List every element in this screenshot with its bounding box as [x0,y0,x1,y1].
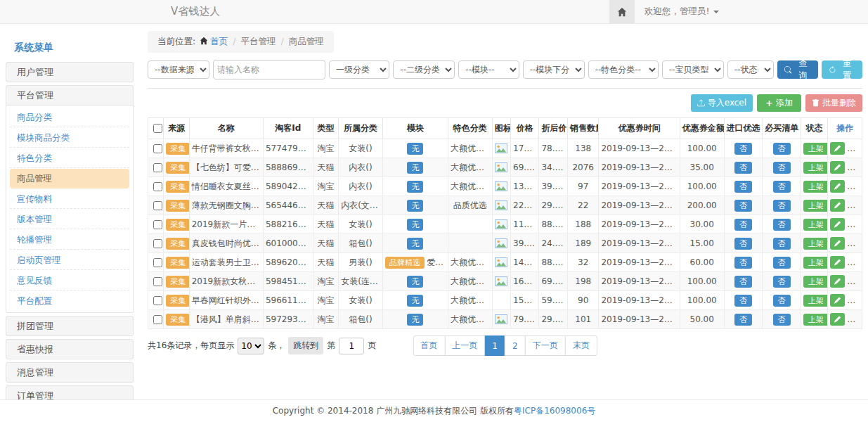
filter-module-select[interactable]: --模块-- [458,60,519,79]
row-checkbox[interactable] [153,239,162,248]
import-toggle-button[interactable]: 否 [734,238,752,250]
filter-module-subcategory-select[interactable]: --模块下分类-- [523,60,585,79]
add-button[interactable]: + 添加 [757,94,801,112]
status-button[interactable]: 上架 [803,276,828,288]
status-button[interactable]: 上架 [803,219,828,231]
must-buy-toggle-button[interactable]: 否 [773,276,791,288]
must-buy-toggle-button[interactable]: 否 [773,238,791,250]
sidebar-subitem-module-goods-category[interactable]: 模块商品分类 [10,128,129,148]
edit-button[interactable] [830,256,845,269]
row-checkbox[interactable] [153,163,162,172]
import-toggle-button[interactable]: 否 [734,181,752,193]
taoke-id: 565446685867 [263,196,313,215]
import-excel-button[interactable]: 导入excel [691,94,753,112]
filter-name-input[interactable] [213,60,325,79]
import-toggle-button[interactable]: 否 [734,162,752,174]
select-all-checkbox[interactable] [153,124,162,133]
page-button-2[interactable]: 2 [505,335,526,356]
status-button[interactable]: 上架 [803,295,828,307]
sidebar-subitem-version-management[interactable]: 版本管理 [10,210,129,229]
edit-button[interactable] [830,237,845,250]
sidebar-item-savings-express[interactable]: 省惠快报 [6,340,133,359]
must-buy-toggle-button[interactable]: 否 [773,295,791,307]
status-button[interactable]: 上架 [803,181,828,193]
taoke-id: 601000601341 [263,234,313,253]
import-toggle-button[interactable]: 否 [734,276,752,288]
row-checkbox[interactable] [153,201,162,210]
must-buy-toggle-button[interactable]: 否 [773,314,791,326]
breadcrumb-home-link[interactable]: 首页 [210,36,228,46]
page-button-1[interactable]: 1 [484,335,505,356]
filter-featured-category-select[interactable]: --特色分类-- [588,60,659,79]
edit-button[interactable] [830,294,845,307]
home-button[interactable] [609,0,635,23]
per-page-suffix-text: 条， [268,340,285,352]
row-checkbox[interactable] [153,296,162,305]
must-buy-toggle-button[interactable]: 否 [773,257,791,269]
import-toggle-button[interactable]: 否 [734,257,752,269]
edit-button[interactable] [830,161,845,174]
discount-price: 88.00 [539,253,567,272]
user-menu[interactable]: 欢迎您，管理员! [635,0,732,23]
status-button[interactable]: 上架 [803,143,828,155]
edit-button[interactable] [830,275,845,288]
edit-button[interactable] [830,199,845,212]
import-toggle-button[interactable]: 否 [734,314,752,326]
row-checkbox[interactable] [153,315,162,324]
icp-link[interactable]: 粤ICP备16098006号 [514,405,595,417]
page-button-prev[interactable]: 上一页 [444,335,485,356]
import-toggle-button[interactable]: 否 [734,295,752,307]
filter-item-type-select[interactable]: --宝贝类型-- [662,60,724,79]
import-toggle-button[interactable]: 否 [734,143,752,155]
sidebar-subitem-splash-page-management[interactable]: 启动页管理 [10,250,129,270]
must-buy-toggle-button[interactable]: 否 [773,143,791,155]
batch-delete-button[interactable]: 批量删除 [805,94,862,112]
sidebar-subitem-feedback[interactable]: 意见反馈 [10,271,129,290]
row-checkbox[interactable] [153,144,162,153]
sidebar-item-group-buy-management[interactable]: 拼团管理 [6,316,133,335]
page-button-next[interactable]: 下一页 [525,335,566,356]
filter-level2-category-select[interactable]: --二级分类-- [393,60,455,79]
per-page-select[interactable]: 10 [238,338,264,354]
sidebar-subitem-goods-management[interactable]: 商品管理 [10,169,129,188]
filter-status-select[interactable]: --状态-- [727,60,774,79]
must-buy-toggle-button[interactable]: 否 [773,219,791,231]
import-toggle-button[interactable]: 否 [734,200,752,212]
sidebar-item-user-management[interactable]: 用户管理 [6,63,133,82]
import-toggle-button[interactable]: 否 [734,219,752,231]
product-image-icon [495,257,507,267]
sidebar-subitem-promo-materials[interactable]: 宣传物料 [10,189,129,209]
reset-button[interactable]: 重置 [822,60,862,79]
sidebar-subitem-platform-config[interactable]: 平台配置 [10,291,129,310]
add-button-label: 添加 [776,97,793,109]
row-checkbox[interactable] [153,220,162,229]
edit-button[interactable] [830,180,845,193]
page-button-last[interactable]: 末页 [565,335,597,356]
must-buy-toggle-button[interactable]: 否 [773,181,791,193]
page-button-first[interactable]: 首页 [413,335,445,356]
sidebar-subitem-goods-category[interactable]: 商品分类 [10,108,129,127]
jump-button[interactable]: 跳转到 [288,337,323,354]
sidebar-subitem-featured-category[interactable]: 特色分类 [10,148,129,168]
sidebar-subitem-carousel-management[interactable]: 轮播管理 [10,230,129,250]
must-buy-toggle-button[interactable]: 否 [773,200,791,212]
status-button[interactable]: 上架 [803,257,828,269]
edit-button[interactable] [830,142,845,155]
edit-button[interactable] [830,313,845,326]
sidebar-item-platform-management[interactable]: 平台管理 [6,86,133,105]
row-checkbox[interactable] [153,258,162,267]
module-cell: 无 [382,215,448,234]
status-button[interactable]: 上架 [803,238,828,250]
row-checkbox[interactable] [153,182,162,191]
status-button[interactable]: 上架 [803,200,828,212]
status-button[interactable]: 上架 [803,314,828,326]
filter-data-source-select[interactable]: --数据来源-- [148,60,209,79]
row-checkbox[interactable] [153,277,162,286]
sidebar-item-message-management[interactable]: 消息管理 [6,363,133,382]
filter-level1-category-select[interactable]: 一级分类 [329,60,389,79]
status-button[interactable]: 上架 [803,162,828,174]
jump-page-input[interactable] [339,338,364,354]
edit-button[interactable] [830,218,845,231]
query-button[interactable]: 查询 [777,60,818,79]
must-buy-toggle-button[interactable]: 否 [773,162,791,174]
